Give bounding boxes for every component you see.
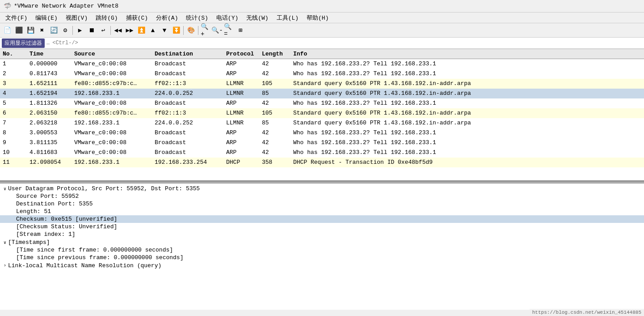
toolbar-btn-13[interactable]: ⏫ — [136, 25, 147, 36]
cell-len: 358 — [260, 159, 291, 166]
cell-proto: LLMNR — [224, 120, 260, 126]
table-row[interactable]: 62.063150fe80::d855:c97b:c…ff02::1:3LLMN… — [0, 108, 644, 118]
toolbar-btn-22[interactable]: 🔍= — [223, 25, 234, 36]
toolbar-btn-1[interactable]: ⬛ — [13, 25, 24, 36]
packet-rows: 10.000000VMware_c0:00:08BroadcastARP42Wh… — [0, 59, 644, 167]
table-row[interactable]: 83.000553VMware_c0:00:08BroadcastARP42Wh… — [0, 128, 644, 138]
cell-no: 7 — [1, 120, 28, 126]
col-length: Length — [260, 51, 291, 57]
detail-tree-root-timestamps[interactable]: ∨[Timestamps] — [0, 239, 644, 246]
cell-len: 42 — [260, 70, 291, 77]
col-time: Time — [28, 51, 72, 57]
table-row[interactable]: 104.811683VMware_c0:00:08BroadcastARP42W… — [0, 148, 644, 158]
detail-section-llmnr[interactable]: ›Link-local Multicast Name Resolution (q… — [0, 262, 644, 269]
menu-item-v[interactable]: 视图(V) — [62, 13, 91, 23]
cell-time: 2.063218 — [28, 120, 72, 126]
detail-label-timestamps: [Timestamps] — [8, 239, 50, 246]
cell-source: 192.168.233.1 — [72, 90, 153, 97]
table-row[interactable]: 72.063218192.168.233.1224.0.0.252LLMNR85… — [0, 118, 644, 128]
detail-tree-root-llmnr[interactable]: ›Link-local Multicast Name Resolution (q… — [0, 262, 644, 269]
toolbar-btn-9[interactable]: ↩ — [98, 25, 109, 36]
cell-proto: ARP — [224, 100, 260, 107]
detail-child-udp-2: Length: 51 — [0, 208, 644, 215]
cell-dest: Broadcast — [153, 70, 224, 77]
table-row[interactable]: 20.811743VMware_c0:00:08BroadcastARP42Wh… — [0, 69, 644, 79]
cell-proto: ARP — [224, 149, 260, 156]
table-row[interactable]: 93.811135VMware_c0:00:08BroadcastARP42Wh… — [0, 138, 644, 148]
cell-source: VMware_c0:00:08 — [72, 100, 153, 107]
table-row[interactable]: 10.000000VMware_c0:00:08BroadcastARP42Wh… — [0, 59, 644, 69]
detail-child-timestamps-0: [Time since first frame: 0.000000000 sec… — [0, 246, 644, 254]
filterbar[interactable]: 应用显示过滤器 … — [0, 38, 644, 49]
menu-item-h[interactable]: 帮助(H) — [303, 13, 332, 23]
table-row[interactable]: 31.652111fe80::d855:c97b:c…ff02::1:3LLMN… — [0, 79, 644, 89]
tree-arrow-llmnr: › — [4, 263, 6, 268]
toolbar-btn-20[interactable]: 🔍+ — [200, 25, 211, 36]
toolbar-btn-4[interactable]: 🔄 — [48, 25, 59, 36]
toolbar-btn-15[interactable]: ▼ — [159, 25, 170, 36]
cell-info: Who has 192.168.233.2? Tell 192.168.233.… — [291, 100, 643, 107]
statusbar: https://blog.csdn.net/weixin_45144885 — [530, 309, 644, 316]
cell-dest: Broadcast — [153, 60, 224, 67]
menu-item-s[interactable]: 统计(S) — [182, 13, 211, 23]
filter-input[interactable] — [52, 40, 642, 46]
cell-proto: ARP — [224, 60, 260, 67]
menu-item-w[interactable]: 无线(W) — [243, 13, 272, 23]
toolbar-btn-2[interactable]: 💾 — [25, 25, 36, 36]
cell-proto: LLMNR — [224, 90, 260, 97]
window-title: *VMware Network Adapter VMnet8 — [14, 3, 118, 9]
cell-len: 105 — [260, 80, 291, 87]
menu-item-f[interactable]: 文件(F) — [2, 13, 31, 23]
cell-info: Who has 192.168.233.2? Tell 192.168.233.… — [291, 139, 643, 146]
toolbar-btn-0[interactable]: 📄 — [2, 25, 13, 36]
toolbar-btn-3[interactable]: ✖ — [37, 25, 47, 36]
menu-item-a[interactable]: 分析(A) — [152, 13, 181, 23]
menu-item-y[interactable]: 电话(Y) — [213, 13, 242, 23]
col-info: Info — [291, 51, 643, 57]
cell-time: 12.098054 — [28, 159, 72, 166]
cell-time: 3.000553 — [28, 129, 72, 136]
table-row[interactable]: 41.652194192.168.233.1224.0.0.252LLMNR85… — [0, 89, 644, 98]
packet-list[interactable]: No. Time Source Destination Protocol Len… — [0, 49, 644, 181]
menu-item-g[interactable]: 跳转(G) — [92, 13, 121, 23]
cell-no: 4 — [1, 90, 28, 97]
toolbar-btn-12[interactable]: ▶▶ — [124, 25, 135, 36]
detail-tree-root-udp[interactable]: ∨User Datagram Protocol, Src Port: 55952… — [0, 185, 644, 192]
cell-len: 105 — [260, 110, 291, 116]
col-no: No. — [1, 51, 28, 57]
cell-len: 42 — [260, 129, 291, 136]
menu-item-l[interactable]: 工具(L) — [273, 13, 302, 23]
cell-no: 1 — [1, 60, 28, 67]
cell-no: 3 — [1, 80, 28, 87]
toolbar-btn-21[interactable]: 🔍- — [212, 25, 223, 36]
cell-source: VMware_c0:00:08 — [72, 60, 153, 67]
cell-info: Who has 192.168.233.2? Tell 192.168.233.… — [291, 70, 643, 77]
detail-section-timestamps[interactable]: ∨[Timestamps][Time since first frame: 0.… — [0, 239, 644, 261]
cell-len: 85 — [260, 90, 291, 97]
toolbar-btn-23[interactable]: ⊞ — [235, 25, 246, 36]
toolbar-btn-18[interactable]: 🎨 — [185, 25, 196, 36]
menubar: 文件(F)编辑(E)视图(V)跳转(G)捕获(C)分析(A)统计(S)电话(Y)… — [0, 13, 644, 23]
toolbar-btn-11[interactable]: ◀◀ — [113, 25, 123, 36]
toolbar-btn-14[interactable]: ▲ — [147, 25, 158, 36]
menu-item-e[interactable]: 编辑(E) — [32, 13, 61, 23]
cell-len: 42 — [260, 149, 291, 156]
col-source: Source — [72, 51, 153, 57]
cell-no: 6 — [1, 110, 28, 116]
cell-len: 42 — [260, 139, 291, 146]
toolbar: 📄⬛💾✖🔄⚙▶⏹↩◀◀▶▶⏫▲▼⏬🎨🔍+🔍-🔍=⊞ — [0, 23, 644, 38]
toolbar-sep-6 — [72, 26, 73, 35]
cell-source: VMware_c0:00:08 — [72, 70, 153, 77]
detail-section-udp[interactable]: ∨User Datagram Protocol, Src Port: 55952… — [0, 185, 644, 238]
menu-item-c[interactable]: 捕获(C) — [122, 13, 152, 23]
tree-arrow-timestamps: ∨ — [4, 240, 6, 245]
table-row[interactable]: 51.811326VMware_c0:00:08BroadcastARP42Wh… — [0, 98, 644, 108]
cell-no: 11 — [1, 159, 28, 166]
toolbar-btn-16[interactable]: ⏬ — [171, 25, 181, 36]
toolbar-btn-5[interactable]: ⚙ — [60, 25, 71, 36]
packet-detail[interactable]: ∨User Datagram Protocol, Src Port: 55952… — [0, 183, 644, 310]
table-row[interactable]: 1112.098054192.168.233.1192.168.233.254D… — [0, 158, 644, 167]
toolbar-btn-7[interactable]: ▶ — [75, 25, 85, 36]
toolbar-btn-8[interactable]: ⏹ — [86, 25, 97, 36]
cell-source: fe80::d855:c97b:c… — [72, 80, 153, 87]
